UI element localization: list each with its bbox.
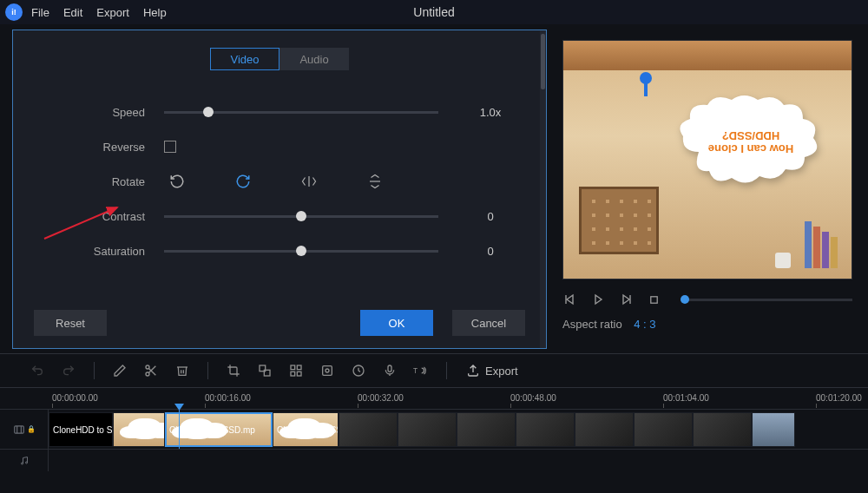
rotate-ccw-icon[interactable] [168, 172, 187, 191]
speed-slider[interactable] [164, 111, 438, 114]
play-icon[interactable] [590, 292, 606, 307]
speed-label: Speed [43, 106, 164, 119]
pushpin-icon [640, 72, 652, 84]
video-preview: How can I clone HDD/SSD? [562, 40, 852, 279]
cancel-button[interactable]: Cancel [452, 310, 525, 336]
timeline-toolbar: T Export [0, 353, 868, 388]
speed-row: Speed 1.0x [43, 95, 516, 129]
time-ruler[interactable]: 00:00:00.0000:00:16.0000:00:32.0000:00:4… [52, 393, 868, 409]
export-label: Export [485, 365, 518, 378]
contrast-slider[interactable] [164, 215, 438, 218]
time-tick: 00:00:00.00 [52, 393, 98, 403]
preview-seek-slider[interactable] [681, 299, 852, 301]
saturation-value: 0 [464, 245, 516, 258]
books-icon [805, 221, 845, 268]
audio-track [0, 449, 868, 471]
video-properties-panel: Video Audio Speed 1.0x Reverse Rotate [12, 30, 547, 349]
reverse-checkbox[interactable] [164, 141, 176, 153]
reverse-label: Reverse [43, 141, 164, 154]
export-button[interactable]: Export [466, 364, 518, 378]
music-icon [19, 456, 30, 466]
svg-rect-15 [291, 365, 295, 370]
mosaic-icon[interactable] [285, 359, 307, 382]
app-logo-icon: i! [5, 3, 23, 21]
speed-value: 1.0x [464, 106, 516, 119]
cup-icon [775, 253, 791, 268]
rotate-label: Rotate [43, 175, 164, 188]
freeze-frame-icon[interactable] [316, 359, 339, 382]
film-icon [13, 424, 25, 436]
duration-clock-icon[interactable] [347, 359, 370, 382]
split-scissors-icon[interactable] [140, 359, 162, 382]
clip[interactable] [575, 412, 634, 447]
corkboard-icon [579, 187, 659, 254]
menu-file[interactable]: File [31, 6, 49, 19]
svg-point-27 [21, 463, 23, 464]
tab-video[interactable]: Video [210, 48, 279, 70]
crop-icon[interactable] [222, 359, 245, 382]
ok-button[interactable]: OK [360, 310, 433, 336]
flip-vertical-icon[interactable] [365, 172, 385, 191]
aspect-ratio-value: 4 : 3 [634, 318, 655, 331]
export-icon [466, 364, 480, 378]
clip[interactable] [113, 412, 165, 447]
menu-export[interactable]: Export [96, 6, 129, 19]
playhead[interactable] [179, 410, 180, 449]
svg-point-9 [146, 365, 149, 369]
clips-container[interactable]: CloneHDD to SSD.mp4CloneHDD to SSD.mpClo… [49, 410, 868, 449]
clip[interactable]: CloneHDD to SSD.mp4 [273, 412, 339, 447]
svg-rect-8 [650, 296, 656, 302]
menu-edit[interactable]: Edit [63, 6, 82, 19]
time-tick: 00:00:48.00 [510, 393, 556, 403]
svg-rect-22 [388, 365, 391, 371]
flip-horizontal-icon[interactable] [299, 172, 319, 191]
prev-frame-icon[interactable] [562, 292, 578, 307]
thought-bubble-icon: How can I clone HDD/SSD? [673, 91, 829, 195]
preview-text: How can I clone HDD/SSD? [690, 129, 812, 155]
clip[interactable]: CloneHDD to SSD.mp [165, 412, 273, 447]
track-lock-icon[interactable]: 🔒 [27, 425, 36, 433]
svg-marker-3 [567, 295, 573, 304]
clip[interactable] [693, 412, 752, 447]
svg-point-10 [146, 372, 149, 376]
clip[interactable] [634, 412, 693, 447]
time-tick: 00:01:20.00 [816, 393, 862, 403]
aspect-ratio-label: Aspect ratio [562, 318, 622, 331]
next-frame-icon[interactable] [618, 292, 634, 307]
voiceover-mic-icon[interactable] [378, 359, 401, 382]
svg-text:T: T [413, 366, 418, 375]
reset-button[interactable]: Reset [34, 310, 107, 336]
tab-audio[interactable]: Audio [279, 48, 349, 70]
clip[interactable] [457, 412, 516, 447]
zoom-tool-icon[interactable] [253, 359, 276, 382]
clip[interactable] [398, 412, 457, 447]
saturation-label: Saturation [43, 245, 164, 258]
svg-marker-5 [595, 295, 602, 304]
timeline: 00:00:00.0000:00:16.0000:00:32.0000:00:4… [0, 388, 868, 490]
clip[interactable]: CloneHDD to SSD.mp4 [49, 412, 113, 447]
clip[interactable] [752, 412, 795, 447]
menu-help[interactable]: Help [143, 6, 167, 19]
audio-clips-container[interactable] [49, 450, 868, 471]
svg-marker-6 [623, 295, 629, 304]
text-to-speech-icon[interactable]: T [410, 359, 432, 382]
reverse-row: Reverse [43, 129, 516, 164]
menubar: i! File Edit Export Help Untitled [0, 0, 868, 24]
delete-trash-icon[interactable] [171, 359, 194, 382]
saturation-row: Saturation 0 [43, 233, 516, 268]
properties-tabs: Video Audio [43, 48, 516, 70]
contrast-row: Contrast 0 [43, 199, 516, 233]
panel-scrollbar[interactable] [540, 30, 546, 348]
undo-icon [26, 359, 49, 382]
rotate-cw-icon[interactable] [233, 172, 253, 191]
clip[interactable] [339, 412, 398, 447]
clip[interactable] [516, 412, 575, 447]
saturation-slider[interactable] [164, 250, 438, 253]
menu-items: File Edit Export Help [31, 6, 167, 19]
time-tick: 00:00:32.00 [358, 393, 404, 403]
svg-point-28 [25, 462, 27, 463]
stop-icon[interactable] [646, 292, 661, 307]
video-track-head: 🔒 [0, 410, 49, 449]
svg-point-20 [326, 369, 329, 372]
edit-pen-icon[interactable] [108, 359, 131, 382]
